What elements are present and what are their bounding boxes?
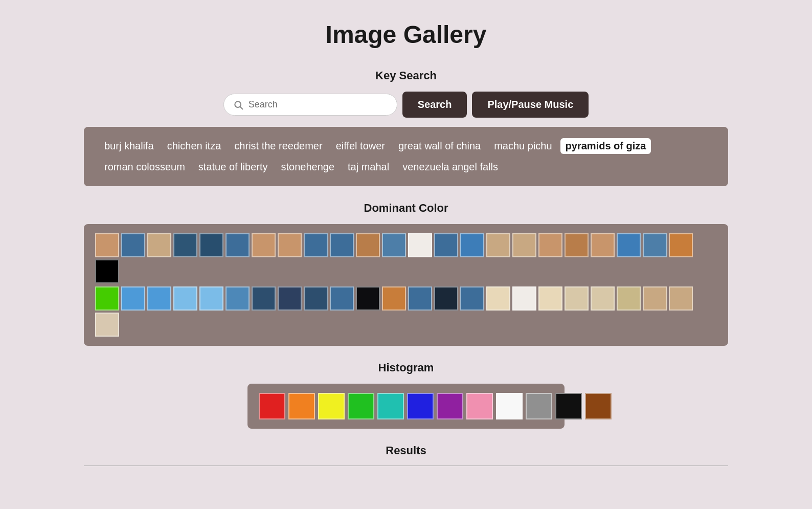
color-swatch[interactable] bbox=[173, 286, 197, 311]
color-swatch[interactable] bbox=[278, 286, 302, 311]
search-icon bbox=[233, 100, 243, 110]
tag-item[interactable]: venezuela angel falls bbox=[397, 159, 503, 175]
color-swatch[interactable] bbox=[278, 233, 302, 257]
color-swatch[interactable] bbox=[95, 259, 119, 283]
color-swatch[interactable] bbox=[512, 233, 536, 257]
color-swatch[interactable] bbox=[382, 233, 406, 257]
color-swatch[interactable] bbox=[199, 233, 223, 257]
color-swatch[interactable] bbox=[565, 286, 589, 311]
tag-item[interactable]: chichen itza bbox=[162, 138, 227, 154]
color-swatch[interactable] bbox=[304, 286, 328, 311]
color-swatch[interactable] bbox=[330, 233, 354, 257]
color-row-1 bbox=[95, 233, 717, 283]
color-swatch[interactable] bbox=[538, 286, 562, 311]
color-swatch[interactable] bbox=[538, 233, 562, 257]
tag-item[interactable]: statue of liberty bbox=[193, 159, 273, 175]
tag-item[interactable]: eiffel tower bbox=[331, 138, 390, 154]
color-swatch[interactable] bbox=[617, 286, 641, 311]
color-swatch[interactable] bbox=[356, 233, 380, 257]
histogram-swatch[interactable] bbox=[377, 393, 404, 419]
histogram-swatch[interactable] bbox=[407, 393, 434, 419]
tag-item[interactable]: great wall of china bbox=[393, 138, 486, 154]
color-swatch[interactable] bbox=[669, 286, 693, 311]
search-button[interactable]: Search bbox=[402, 92, 467, 118]
histogram-swatch[interactable] bbox=[496, 393, 523, 419]
color-swatch[interactable] bbox=[512, 286, 536, 311]
color-swatch[interactable] bbox=[225, 233, 250, 257]
color-swatch[interactable] bbox=[408, 233, 432, 257]
color-swatch[interactable] bbox=[95, 286, 119, 311]
histogram-swatch[interactable] bbox=[348, 393, 374, 419]
dominant-color-label: Dominant Color bbox=[10, 202, 802, 215]
dominant-color-panel bbox=[84, 224, 728, 346]
histogram-panel bbox=[247, 384, 565, 429]
play-pause-button[interactable]: Play/Pause Music bbox=[472, 92, 589, 118]
color-swatch[interactable] bbox=[121, 233, 145, 257]
color-swatch[interactable] bbox=[617, 233, 641, 257]
color-swatch[interactable] bbox=[330, 286, 354, 311]
color-swatch[interactable] bbox=[591, 286, 615, 311]
page-title: Image Gallery bbox=[10, 20, 802, 49]
color-swatch[interactable] bbox=[95, 233, 119, 257]
tag-item[interactable]: burj khalifa bbox=[99, 138, 159, 154]
color-swatch[interactable] bbox=[434, 233, 458, 257]
histogram-swatch[interactable] bbox=[466, 393, 493, 419]
results-label: Results bbox=[10, 444, 802, 457]
tag-item[interactable]: stonehenge bbox=[276, 159, 340, 175]
color-swatch[interactable] bbox=[669, 233, 693, 257]
histogram-swatch[interactable] bbox=[526, 393, 552, 419]
tag-item[interactable]: taj mahal bbox=[343, 159, 394, 175]
color-swatch[interactable] bbox=[199, 286, 223, 311]
color-swatch[interactable] bbox=[225, 286, 250, 311]
color-swatch[interactable] bbox=[460, 286, 484, 311]
histogram-swatch[interactable] bbox=[585, 393, 612, 419]
histogram-label: Histogram bbox=[10, 361, 802, 374]
key-search-label: Key Search bbox=[10, 69, 802, 82]
search-row: Search Play/Pause Music bbox=[10, 92, 802, 118]
color-swatch[interactable] bbox=[486, 233, 510, 257]
tag-item[interactable]: pyramids of giza bbox=[560, 138, 651, 154]
color-swatch[interactable] bbox=[565, 233, 589, 257]
color-swatch[interactable] bbox=[434, 286, 458, 311]
tag-item[interactable]: roman colosseum bbox=[99, 159, 190, 175]
color-row-2 bbox=[95, 286, 717, 337]
histogram-swatch[interactable] bbox=[259, 393, 285, 419]
results-divider bbox=[84, 466, 728, 466]
color-swatch[interactable] bbox=[460, 233, 484, 257]
color-swatch[interactable] bbox=[643, 233, 667, 257]
search-input[interactable] bbox=[249, 99, 388, 110]
search-input-wrapper bbox=[223, 94, 397, 116]
color-swatch[interactable] bbox=[252, 286, 276, 311]
color-swatch[interactable] bbox=[95, 313, 119, 337]
color-swatch[interactable] bbox=[643, 286, 667, 311]
color-swatch[interactable] bbox=[486, 286, 510, 311]
color-swatch[interactable] bbox=[252, 233, 276, 257]
histogram-swatch[interactable] bbox=[555, 393, 582, 419]
color-swatch[interactable] bbox=[147, 233, 171, 257]
tags-panel: burj khalifachichen itzachrist the reede… bbox=[84, 127, 728, 186]
color-swatch[interactable] bbox=[147, 286, 171, 311]
color-swatch[interactable] bbox=[591, 233, 615, 257]
color-swatch[interactable] bbox=[382, 286, 406, 311]
color-swatch[interactable] bbox=[121, 286, 145, 311]
color-swatch[interactable] bbox=[408, 286, 432, 311]
color-swatch[interactable] bbox=[173, 233, 197, 257]
svg-line-1 bbox=[240, 106, 242, 109]
tag-item[interactable]: christ the reedemer bbox=[229, 138, 327, 154]
histogram-swatch[interactable] bbox=[288, 393, 315, 419]
tag-item[interactable]: machu pichu bbox=[489, 138, 557, 154]
color-swatch[interactable] bbox=[304, 233, 328, 257]
color-swatch[interactable] bbox=[356, 286, 380, 311]
histogram-swatch[interactable] bbox=[318, 393, 345, 419]
histogram-swatch[interactable] bbox=[437, 393, 463, 419]
histogram-row bbox=[259, 393, 553, 419]
